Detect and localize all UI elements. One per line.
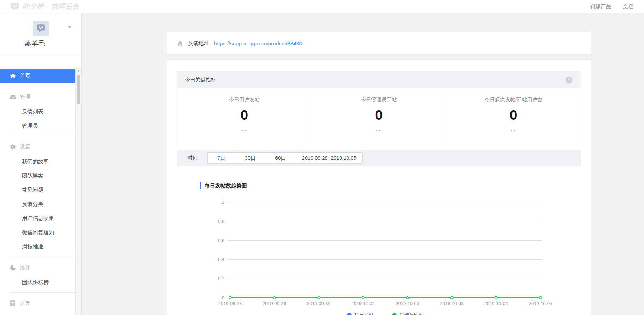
topbar-separator: | [616,4,618,10]
sidebar: 薅羊毛 首页管理反馈列表管理员设置我们的故事团队博客常见问题反馈分类用户信息收集… [0,13,82,315]
feedback-address-card: 反馈地址 https://support.qq.com/product/8848… [167,32,591,55]
y-axis-tick-label: 0.2 [218,276,224,281]
sidebar-section-header[interactable]: </>开发 [0,296,75,311]
main-content: 反馈地址 https://support.qq.com/product/8848… [82,13,644,315]
metric-label: 今日多次发帖/回帖用户数 [446,96,581,103]
chevron-down-icon[interactable] [67,23,72,26]
metric-card: 今日用户发帖0-- [177,88,312,142]
legend-dot-icon [392,313,397,315]
sidebar-item[interactable]: 团队博客 [0,169,75,183]
metric-value: 0 [446,108,581,123]
sidebar-nav: 首页管理反馈列表管理员设置我们的故事团队博客常见问题反馈分类用户信息收集微信回复… [0,55,75,315]
sidebar-item-home[interactable]: 首页 [0,69,75,83]
docs-link[interactable]: 文档 [623,3,633,10]
legend-label: 每日发帖 [354,312,374,315]
home-icon [177,40,183,46]
x-axis-tick-label: 2019-10-01 [351,301,375,306]
chart-series-canvas [230,202,541,298]
sidebar-divider [9,86,75,86]
sidebar-item[interactable]: 周报推送 [0,240,75,254]
x-axis-tick-label: 2019-10-04 [485,301,508,306]
time-filter-label: 时间 [187,154,198,161]
data-point-marker [229,297,231,299]
key-metrics-panel: 今日关键指标 ? 今日用户发帖0--今日管理员回帖0--今日多次发帖/回帖用户数… [177,71,581,142]
question-mark-icon[interactable]: ? [565,76,573,84]
code-icon: </> [10,300,16,306]
sidebar-section-header[interactable]: 统计 [0,260,75,275]
dashboard-card: 今日关键指标 ? 今日用户发帖0--今日管理员回帖0--今日多次发帖/回帖用户数… [167,59,591,315]
pie-chart-icon [10,265,16,271]
sidebar-scrollbar[interactable]: ▲ [75,68,81,315]
key-metrics-title: 今日关键指标 [185,77,216,83]
scroll-up-arrow-icon[interactable]: ▲ [76,69,81,73]
x-axis-tick-label: 2019-10-03 [440,301,464,306]
speech-bubble-icon [11,2,19,11]
sidebar-item[interactable]: 管理员 [0,119,75,133]
metric-sub-value: -- [312,128,446,133]
topbar-actions: 创建产品 | 文档 [590,3,633,10]
time-range-button[interactable]: 30日 [235,152,266,164]
y-axis-tick-label: 0.6 [218,238,224,243]
sidebar-divider [9,292,75,293]
metric-sub-value: -- [177,128,312,133]
time-range-button[interactable]: 60日 [265,152,296,164]
sidebar-section-header[interactable]: 管理 [0,89,75,105]
chart-title-accent-bar [200,182,201,189]
sidebar-item[interactable]: 常见问题 [0,183,75,197]
metric-value: 0 [312,108,446,123]
data-point-marker [406,297,409,299]
product-name: 薅羊毛 [0,39,69,48]
x-axis-tick-label: 2019-09-30 [307,301,331,306]
chart-legend: 每日发帖管理员回帖 [230,312,541,315]
time-range-button[interactable]: 2019.09.28~2019.10.05 [296,152,363,164]
sidebar-item[interactable]: 我们的故事 [0,154,75,169]
x-axis-tick-label: 2019-10-02 [396,301,419,306]
key-metrics-header: 今日关键指标 ? [177,71,581,88]
gear-icon [10,144,16,150]
sidebar-divider [9,257,75,257]
topbar: 吐个槽 · 管理后台 创建产品 | 文档 [0,0,644,13]
product-avatar[interactable] [33,21,49,36]
sidebar-item[interactable]: 微信回复通知 [0,225,75,240]
y-axis-tick-label: 1 [222,199,224,205]
app-window: 吐个槽 · 管理后台 创建产品 | 文档 薅羊毛 首页管理反馈列表管理员设置我们… [0,0,644,315]
x-axis-tick-label: 2019-09-28 [218,301,242,306]
trend-chart: 00.20.40.60.812019-09-282019-09-292019-0… [230,202,541,298]
data-point-marker [495,297,497,299]
product-switcher: 薅羊毛 [0,13,81,55]
data-point-marker [318,297,320,299]
sidebar-item[interactable]: 反馈分类 [0,197,75,211]
metric-card: 今日管理员回帖0-- [312,88,446,142]
scrollbar-thumb[interactable] [77,75,80,104]
sidebar-section-label: 设置 [20,144,30,150]
sidebar-section-label: 管理 [20,94,30,100]
time-range-button[interactable]: 7日 [207,152,235,164]
data-point-marker [273,297,276,299]
x-axis-tick-label: 2019-09-29 [263,301,286,306]
svg-text:?: ? [568,77,571,83]
chart-title: 每日发帖数趋势图 [205,182,247,189]
home-icon [10,73,16,79]
key-metrics-body: 今日用户发帖0--今日管理员回帖0--今日多次发帖/回帖用户数0-- [177,88,581,142]
sidebar-section-label: 统计 [20,264,30,271]
legend-item[interactable]: 管理员回帖 [392,312,424,315]
data-point-marker [539,297,542,299]
time-filter-group: 7日30日60日2019.09.28~2019.10.05 [207,152,363,164]
sidebar-item[interactable]: 反馈列表 [0,105,75,119]
metric-value: 0 [177,108,312,123]
sidebar-item[interactable]: 团队耕耘榜 [0,275,75,289]
x-axis-tick-label: 2019-10-05 [529,301,553,306]
sidebar-section-header[interactable]: 设置 [0,139,75,154]
sidebar-divider [9,136,75,136]
y-axis-tick-label: 0 [222,295,224,300]
legend-item[interactable]: 每日发帖 [347,312,374,315]
inbox-icon [10,94,16,100]
app-title: 吐个槽 · 管理后台 [23,2,79,11]
feedback-address-label: 反馈地址 [188,40,209,47]
legend-label: 管理员回帖 [399,312,424,315]
chart-title-row: 每日发帖数趋势图 [200,182,591,189]
sidebar-item[interactable]: 用户信息收集 [0,211,75,225]
y-axis-tick-label: 0.4 [218,257,224,262]
create-product-link[interactable]: 创建产品 [590,3,611,10]
feedback-address-link[interactable]: https://support.qq.com/product/88480 [214,40,302,46]
